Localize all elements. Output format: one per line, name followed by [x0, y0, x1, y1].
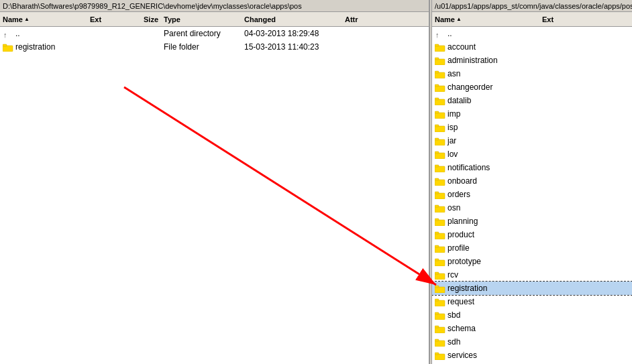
folder-icon: [435, 244, 445, 253]
right-list-item[interactable]: asn: [432, 67, 632, 80]
right-list-item[interactable]: lov: [432, 147, 632, 161]
main-container: D:\Bharath\Softwares\p9879989_R12_GENERI…: [0, 0, 632, 364]
right-list-item[interactable]: product: [432, 228, 632, 241]
right-pane-path: /u01/apps1/apps/apps_st/comn/java/classe…: [432, 0, 632, 12]
left-col-size[interactable]: Size: [121, 14, 161, 25]
folder-icon: [435, 83, 445, 92]
svg-rect-26: [435, 193, 445, 199]
folder-icon: [435, 97, 445, 105]
right-col-name[interactable]: Name ▲: [432, 14, 539, 25]
right-cell-ext: [539, 46, 580, 48]
svg-rect-29: [435, 205, 439, 207]
left-cell-attr: [342, 33, 382, 34]
right-list-item[interactable]: schema: [432, 322, 632, 335]
right-list-item[interactable]: account: [432, 40, 632, 54]
left-col-changed[interactable]: Changed: [242, 14, 342, 25]
svg-rect-25: [435, 178, 439, 180]
right-col-ext[interactable]: Ext: [539, 14, 580, 25]
right-list-item[interactable]: sbd: [432, 308, 632, 322]
right-cell-ext: [539, 180, 580, 182]
right-list-item[interactable]: administration: [432, 54, 632, 67]
right-cell-name: changeorder: [432, 82, 539, 93]
right-list-item[interactable]: jar: [432, 134, 632, 147]
right-cell-name: sbd: [432, 310, 539, 320]
svg-rect-12: [435, 99, 445, 105]
right-name-text: isp: [447, 123, 458, 132]
right-cell-name: ↑ ..: [432, 28, 539, 39]
svg-rect-47: [435, 326, 439, 328]
right-cell-name: datalib: [432, 95, 539, 106]
folder-icon: [435, 231, 445, 239]
right-list-item[interactable]: changeorder: [432, 80, 632, 94]
folder-icon: [435, 177, 445, 186]
right-cell-ext: [539, 154, 580, 155]
left-col-attr[interactable]: Attr: [342, 14, 382, 25]
folder-icon: [435, 110, 445, 119]
svg-rect-8: [435, 72, 445, 78]
svg-rect-33: [435, 232, 439, 234]
left-list-item[interactable]: ↑ ..Parent directory04-03-2013 18:29:48: [0, 27, 429, 40]
right-name-text: product: [447, 230, 474, 239]
left-col-ext[interactable]: Ext: [87, 14, 121, 25]
right-list-item[interactable]: orders: [432, 188, 632, 201]
right-name-text: onboard: [447, 176, 477, 186]
folder-icon: [435, 324, 445, 333]
left-col-name[interactable]: Name ▲: [0, 14, 87, 25]
right-cell-ext: [539, 60, 580, 61]
right-list-item[interactable]: profile: [432, 241, 632, 255]
right-cell-name: notifications: [432, 162, 539, 173]
right-name-text: datalib: [447, 96, 471, 105]
right-cell-name: planning: [432, 216, 539, 227]
right-name-text: osn: [447, 203, 460, 213]
right-cell-name: prototype: [432, 256, 539, 267]
right-cell-name: request: [432, 296, 539, 307]
up-folder-icon: ↑: [3, 29, 13, 38]
folder-icon: [435, 150, 445, 159]
left-cell-size: [121, 33, 161, 34]
right-list-item[interactable]: notifications: [432, 161, 632, 174]
svg-rect-36: [435, 260, 445, 266]
right-list-item[interactable]: onboard: [432, 174, 632, 188]
right-list-item[interactable]: imp: [432, 107, 632, 121]
folder-icon: [435, 217, 445, 226]
right-list-item[interactable]: services: [432, 349, 632, 362]
right-list-item[interactable]: rcv: [432, 268, 632, 282]
svg-rect-17: [435, 125, 439, 127]
right-list-item[interactable]: planning: [432, 215, 632, 228]
svg-rect-35: [435, 245, 439, 247]
left-col-type[interactable]: Type: [161, 14, 242, 25]
right-cell-ext: [539, 328, 580, 329]
right-list-item[interactable]: sdh: [432, 335, 632, 349]
right-name-text: prototype: [447, 257, 481, 266]
right-cell-ext: [539, 247, 580, 249]
svg-rect-27: [435, 192, 439, 194]
svg-rect-51: [435, 353, 439, 355]
left-list-item[interactable]: registrationFile folder15-03-2013 11:40:…: [0, 40, 429, 54]
svg-rect-44: [435, 314, 445, 320]
svg-rect-15: [435, 111, 439, 113]
right-cell-name: lov: [432, 149, 539, 160]
right-cell-ext: [539, 140, 580, 141]
right-list-item[interactable]: osn: [432, 201, 632, 215]
right-cell-name: onboard: [432, 176, 539, 186]
svg-rect-5: [435, 44, 439, 46]
folder-icon: [435, 70, 445, 78]
folder-icon: [435, 137, 445, 145]
svg-rect-23: [435, 165, 439, 167]
svg-rect-2: [3, 44, 7, 46]
right-list-item[interactable]: datalib: [432, 94, 632, 107]
right-list-item[interactable]: ↑ ..: [432, 27, 632, 40]
folder-icon: [435, 204, 445, 213]
right-list-item[interactable]: request: [432, 295, 632, 308]
svg-rect-49: [435, 339, 439, 341]
folder-icon: [435, 43, 445, 52]
left-file-list: ↑ ..Parent directory04-03-2013 18:29:48 …: [0, 27, 429, 364]
svg-rect-4: [435, 46, 445, 52]
right-list-item[interactable]: registration: [432, 282, 632, 295]
svg-rect-13: [435, 98, 439, 100]
svg-rect-20: [435, 153, 445, 159]
right-cell-ext: [539, 221, 580, 222]
right-list-item[interactable]: isp: [432, 121, 632, 134]
svg-rect-28: [435, 206, 445, 213]
right-list-item[interactable]: prototype: [432, 255, 632, 268]
